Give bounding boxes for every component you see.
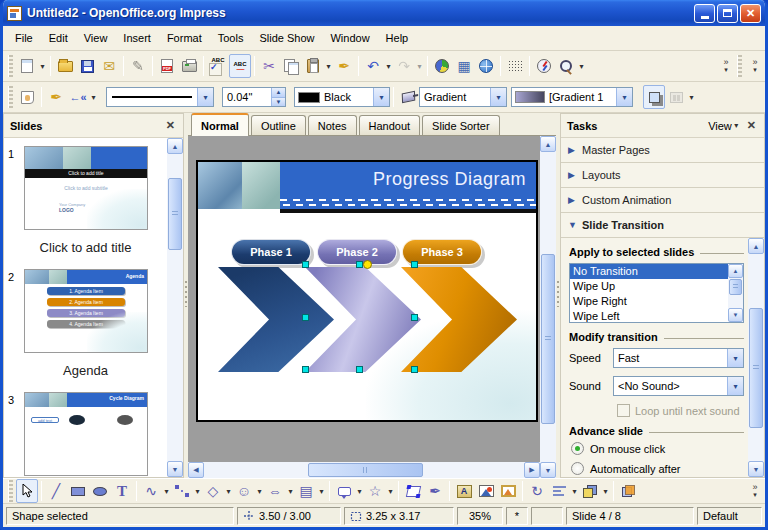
horizontal-scrollbar[interactable]: ◀ ▶ [188,462,540,478]
tasks-view-dropdown-arrow[interactable]: ▾ [732,114,741,138]
sound-combo[interactable]: <No Sound> ▾ [613,376,744,396]
selection-handle-bottom-right[interactable] [411,366,418,373]
toolbar-grip[interactable] [737,55,742,77]
scrollbar-thumb[interactable] [308,463,423,477]
toolbar-grip[interactable] [8,86,13,108]
arrange-dropdown-arrow[interactable]: ▾ [601,479,610,503]
block-arrows-dropdown-arrow[interactable]: ▾ [286,479,295,503]
selection-handle-top-left[interactable] [302,261,309,268]
shadow-button[interactable] [643,85,665,109]
vertical-scrollbar[interactable]: ▲ ▼ [540,136,556,478]
tasks-view-menu[interactable]: View [708,120,732,132]
loop-checkbox[interactable] [617,404,630,417]
scroll-right-button[interactable]: ▶ [524,462,540,478]
on-mouse-click-radio[interactable] [571,442,584,455]
scrollbar-thumb[interactable] [729,279,742,295]
new-dropdown-arrow[interactable]: ▾ [38,54,47,78]
slide-canvas[interactable]: Progress Diagram Phase 1 Phase 2 Phase 3 [196,160,538,422]
listbox-scrollbar[interactable]: ▲ ▼ [728,264,743,322]
transition-option[interactable]: Wipe Up [570,279,743,294]
toolbar-grip[interactable] [8,480,13,502]
phase-1-pill[interactable]: Phase 1 [231,239,311,265]
slides-panel-scrollbar[interactable]: ▲ ▼ [167,138,183,477]
from-file-button[interactable] [475,479,497,503]
edit-points-mode-button[interactable] [16,85,38,109]
line-color-dropdown-button[interactable]: ▾ [373,88,389,106]
gallery-button[interactable] [497,479,519,503]
scroll-down-button[interactable]: ▼ [728,308,743,322]
toolbar-grip[interactable] [8,55,13,77]
stars-dropdown-arrow[interactable]: ▾ [386,479,395,503]
scroll-down-button[interactable]: ▼ [167,461,183,477]
symbol-shapes-dropdown-arrow[interactable]: ▾ [255,479,264,503]
line-style-combo[interactable]: ▾ [106,87,214,107]
paste-dropdown-arrow[interactable]: ▾ [324,54,333,78]
slide-1-thumbnail[interactable]: Click to add title Click to add subtitle… [24,146,148,230]
tab-slide-sorter[interactable]: Slide Sorter [422,115,499,135]
toolbar-more-dropdown-arrow[interactable]: ▾ [687,85,696,109]
export-pdf-button[interactable]: PDF [156,54,178,78]
interaction-button[interactable] [665,85,687,109]
arrow-style-dropdown-arrow[interactable]: ▾ [89,85,98,109]
slide-thumbnail-entry-3[interactable]: 3 Cycle Diagram add text [4,392,167,476]
new-document-button[interactable] [16,54,38,78]
slide-header-image[interactable] [198,162,280,209]
menu-edit[interactable]: Edit [41,29,76,47]
maximize-button[interactable] [717,4,738,23]
menu-format[interactable]: Format [159,29,210,47]
alignment-button[interactable] [548,479,570,503]
section-layouts[interactable]: ▶Layouts [561,163,764,188]
slide-thumbnail-entry-1[interactable]: 1 Click to add title Click to add subtit… [4,146,167,230]
slide-thumbnail-entry-2[interactable]: 2 Agenda 1. Agenda Item 2. Agenda Item 3… [4,269,167,353]
fill-name-dropdown-button[interactable]: ▾ [616,88,632,106]
display-grid-button[interactable] [504,54,526,78]
selection-handle-bottom-left[interactable] [302,366,309,373]
menu-file[interactable]: File [7,29,41,47]
slide-2-thumbnail[interactable]: Agenda 1. Agenda Item 2. Agenda Item 3. … [24,269,148,353]
ellipse-tool-button[interactable] [89,479,111,503]
slide-3-thumbnail[interactable]: Cycle Diagram add text [24,392,148,476]
presentation-toolbar-overflow-button[interactable]: »▾ [747,54,763,78]
tab-notes[interactable]: Notes [308,115,357,135]
line-width-spinner[interactable]: ▲▼ [271,88,285,106]
selection-handle-top-right[interactable] [411,261,418,268]
print-button[interactable] [178,54,200,78]
slide-edit-area[interactable]: Progress Diagram Phase 1 Phase 2 Phase 3 [188,136,540,462]
transition-option[interactable]: Wipe Left [570,309,743,323]
menu-help[interactable]: Help [378,29,417,47]
copy-button[interactable] [280,54,302,78]
undo-dropdown-arrow[interactable]: ▾ [384,54,393,78]
line-style-dropdown-button[interactable]: ▾ [197,88,213,106]
glue-points-button[interactable]: ✒ [424,479,446,503]
page-style[interactable]: Default [697,507,762,525]
alignment-dropdown-arrow[interactable]: ▾ [570,479,579,503]
format-paintbrush-button[interactable]: ✒ [333,54,355,78]
transition-option[interactable]: Wipe Right [570,294,743,309]
navigator-button[interactable] [533,54,555,78]
toolbar-overflow-button[interactable]: »▾ [718,54,734,78]
text-tool-button[interactable]: T [111,479,133,503]
tab-handout[interactable]: Handout [359,115,421,135]
transition-option-selected[interactable]: No Transition [570,264,743,279]
edit-file-button[interactable]: ✎ [127,54,149,78]
insert-table-button[interactable]: ▦ [453,54,475,78]
scroll-up-button[interactable]: ▲ [728,264,743,278]
tasks-scrollbar[interactable]: ▲ ▼ [748,238,764,477]
impress-app-icon[interactable] [7,6,22,21]
zoom-button[interactable] [555,54,577,78]
speed-combo[interactable]: Fast ▾ [613,348,744,368]
fill-name-combo[interactable]: [Gradient 1 ▾ [511,87,633,107]
callouts-button[interactable] [333,479,355,503]
rotate-button[interactable]: ↻ [526,479,548,503]
area-dialog-button[interactable] [397,85,419,109]
slides-panel-close-icon[interactable]: ✕ [164,119,177,132]
fill-type-combo[interactable]: Gradient ▾ [419,87,507,107]
menu-window[interactable]: Window [322,29,377,47]
slide-title[interactable]: Progress Diagram [280,162,536,196]
minimize-button[interactable] [694,4,715,23]
section-master-pages[interactable]: ▶Master Pages [561,138,764,163]
select-tool-button[interactable] [16,479,38,503]
menu-view[interactable]: View [76,29,116,47]
spellcheck-button[interactable]: ABC✓ [207,54,229,78]
line-width-field[interactable]: 0.04" ▲▼ [222,87,286,107]
